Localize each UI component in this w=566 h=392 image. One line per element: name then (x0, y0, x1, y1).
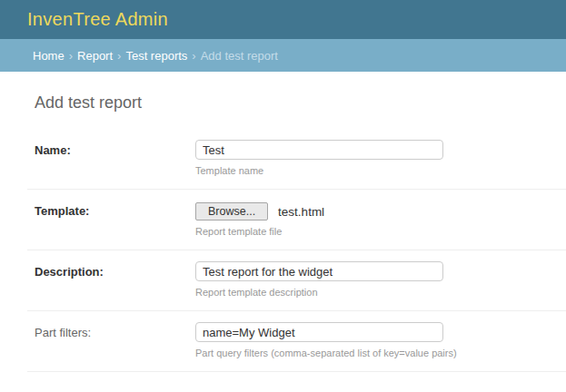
page-title: Add test report (35, 93, 566, 113)
description-field-box: Report template description (195, 261, 443, 299)
template-field-box: Browse... test.html Report template file (195, 201, 324, 238)
form-row-template: Template: Browse... test.html Report tem… (27, 190, 566, 250)
template-field-label: Template: (35, 201, 195, 218)
breadcrumb-current-page: Add test report (201, 49, 278, 63)
description-help-text: Report template description (195, 287, 443, 299)
main-content: Add test report Name: Template name Temp… (0, 72, 566, 372)
part-filters-field-box: Part query filters (comma-separated list… (195, 322, 457, 359)
template-help-text: Report template file (195, 226, 324, 238)
browse-file-button[interactable]: Browse... (195, 202, 268, 220)
breadcrumb-separator: › (192, 49, 195, 63)
part-filters-input[interactable] (195, 322, 443, 342)
name-field-box: Template name (195, 140, 443, 177)
breadcrumb-separator: › (117, 49, 121, 63)
admin-header: InvenTree Admin (0, 0, 566, 39)
part-filters-help-text: Part query filters (comma-separated list… (195, 348, 457, 359)
breadcrumb-link-home[interactable]: Home (33, 49, 65, 63)
part-filters-field-label: Part filters: (35, 322, 195, 339)
form-row-part-filters: Part filters: Part query filters (comma-… (27, 311, 566, 372)
description-field-label: Description: (35, 261, 195, 279)
name-help-text: Template name (195, 165, 443, 177)
form-row-name: Name: Template name (27, 129, 566, 190)
site-title-link[interactable]: InvenTree Admin (27, 9, 168, 30)
breadcrumb-link-test-reports[interactable]: Test reports (125, 49, 187, 63)
selected-file-name: test.html (278, 205, 324, 219)
name-field-label: Name: (35, 140, 195, 157)
breadcrumb-link-report[interactable]: Report (77, 49, 113, 63)
add-test-report-form: Name: Template name Template: Browse... … (27, 129, 566, 372)
form-row-description: Description: Report template description (27, 250, 566, 311)
breadcrumb-separator: › (69, 49, 73, 63)
description-input[interactable] (195, 261, 443, 281)
name-input[interactable] (195, 140, 443, 160)
breadcrumb: Home › Report › Test reports › Add test … (0, 39, 566, 72)
